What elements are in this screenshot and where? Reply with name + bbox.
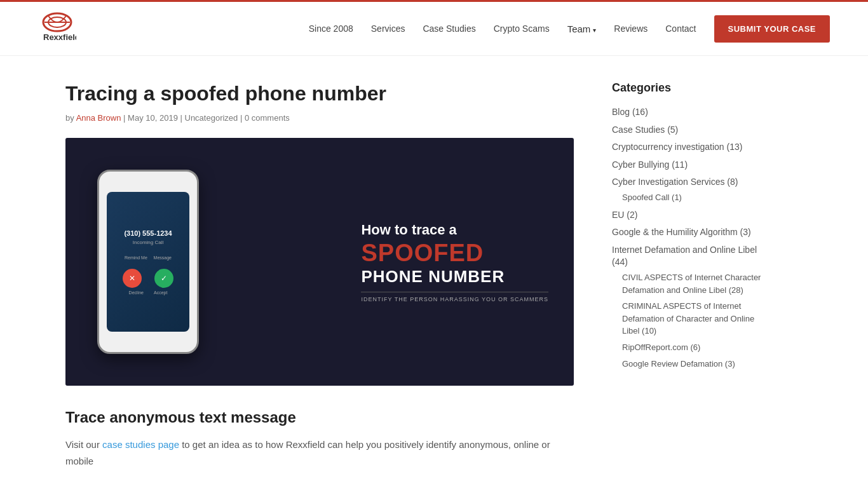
nav-reviews[interactable]: Reviews bbox=[614, 24, 648, 34]
nav-crypto-scams[interactable]: Crypto Scams bbox=[494, 24, 550, 34]
post-title: Tracing a spoofed phone number bbox=[65, 81, 574, 105]
list-item: Blog (16) bbox=[612, 106, 764, 119]
meta-date: May 10, 2019 bbox=[128, 113, 178, 123]
cat-civil-aspects-count: (28) bbox=[729, 285, 743, 295]
cat-cyber-bullying-count: (11) bbox=[672, 159, 688, 170]
main-content: Tracing a spoofed phone number by Anna B… bbox=[65, 81, 574, 469]
cat-cyber-bullying[interactable]: Cyber Bullying (11) bbox=[612, 159, 688, 170]
nav-since[interactable]: Since 2008 bbox=[309, 24, 353, 34]
cat-crypto-count: (13) bbox=[727, 142, 743, 152]
chevron-down-icon bbox=[593, 24, 596, 34]
logo-area[interactable]: Rexxfield. bbox=[38, 10, 76, 48]
image-line2: SPOOFED bbox=[361, 240, 548, 267]
image-text-overlay: How to trace a SPOOFED PHONE NUMBER IDEN… bbox=[361, 222, 548, 303]
list-item: Internet Defamation and Online Libel (44… bbox=[612, 244, 764, 370]
section1-title: Trace anonymous text message bbox=[65, 409, 574, 426]
cat-cyber-investigation[interactable]: Cyber Investigation Services (8) bbox=[612, 177, 738, 187]
cat-ripoff-report-count: (6) bbox=[690, 342, 700, 352]
submit-case-button[interactable]: SUBMIT YOUR CASE bbox=[714, 15, 831, 43]
category-list: Blog (16) Case Studies (5) Cryptocurrenc… bbox=[612, 106, 764, 370]
list-item: Cyber Bullying (11) bbox=[612, 159, 764, 172]
cat-blog[interactable]: Blog (16) bbox=[612, 107, 648, 117]
list-item: Spoofed Call (1) bbox=[622, 191, 764, 204]
sub-category-list: Spoofed Call (1) bbox=[612, 191, 764, 204]
post-meta: by Anna Brown | May 10, 2019 | Uncategor… bbox=[65, 113, 574, 123]
cat-ripoff-report[interactable]: RipOffReport.com (6) bbox=[622, 342, 700, 352]
site-header: Rexxfield. Since 2008 Services Case Stud… bbox=[0, 2, 868, 56]
cat-google-review[interactable]: Google Review Defamation (3) bbox=[622, 359, 735, 369]
sidebar-title: Categories bbox=[612, 81, 764, 95]
image-line3: PHONE NUMBER bbox=[361, 267, 548, 287]
featured-image: (310) 555-1234 Incoming Call Remind Me M… bbox=[65, 138, 574, 386]
meta-author[interactable]: Anna Brown bbox=[76, 113, 121, 123]
cat-crypto[interactable]: Cryptocurrency investigation (13) bbox=[612, 142, 742, 152]
cat-case-studies-count: (5) bbox=[667, 125, 678, 135]
meta-by: by bbox=[65, 113, 74, 123]
image-line1: How to trace a bbox=[361, 222, 548, 240]
nav-contact[interactable]: Contact bbox=[665, 24, 696, 34]
main-nav: Since 2008 Services Case Studies Crypto … bbox=[309, 15, 830, 43]
cat-criminal-aspects[interactable]: CRIMINAL ASPECTS of Internet Defamation … bbox=[622, 301, 754, 336]
cat-blog-count: (16) bbox=[632, 107, 648, 117]
meta-separator3: | bbox=[240, 113, 245, 123]
sub-category-list: CIVIL ASPECTS of Internet Character Defa… bbox=[612, 271, 764, 370]
page-container: Tracing a spoofed phone number by Anna B… bbox=[27, 56, 841, 488]
list-item: EU (2) bbox=[612, 209, 764, 222]
list-item: RipOffReport.com (6) bbox=[622, 341, 764, 354]
body-text-start: Visit our bbox=[65, 439, 102, 450]
cat-internet-defamation[interactable]: Internet Defamation and Online Libel (44… bbox=[612, 245, 757, 268]
logo-image: Rexxfield. bbox=[38, 10, 76, 48]
meta-separator2: | bbox=[180, 113, 185, 123]
cat-internet-defamation-count: (44) bbox=[612, 257, 628, 267]
cat-spoofed-call-count: (1) bbox=[672, 193, 682, 202]
list-item: CRIMINAL ASPECTS of Internet Defamation … bbox=[622, 300, 764, 337]
list-item: Cryptocurrency investigation (13) bbox=[612, 141, 764, 154]
remind-label: Remind Me Message bbox=[125, 255, 172, 260]
cat-google-humility[interactable]: Google & the Humility Algorithm (3) bbox=[612, 227, 751, 237]
decline-button: ✕ bbox=[123, 269, 142, 288]
post-body: Visit our case studies page to get an id… bbox=[65, 437, 574, 469]
list-item: CIVIL ASPECTS of Internet Character Defa… bbox=[622, 271, 764, 296]
cat-case-studies[interactable]: Case Studies (5) bbox=[612, 125, 678, 135]
svg-text:Rexxfield.: Rexxfield. bbox=[43, 32, 76, 42]
image-subtitle: IDENTIFY THE PERSON HARASSING YOU OR SCA… bbox=[361, 292, 548, 302]
cat-google-review-count: (3) bbox=[725, 359, 735, 369]
nav-services[interactable]: Services bbox=[371, 24, 405, 34]
action-labels: Decline Accept bbox=[129, 290, 168, 295]
accept-button: ✓ bbox=[154, 269, 173, 288]
list-item: Case Studies (5) bbox=[612, 124, 764, 137]
cat-eu[interactable]: EU (2) bbox=[612, 210, 637, 220]
list-item: Cyber Investigation Services (8) Spoofed… bbox=[612, 176, 764, 203]
phone-mockup: (310) 555-1234 Incoming Call Remind Me M… bbox=[97, 170, 199, 354]
cat-google-humility-count: (3) bbox=[740, 227, 751, 237]
cat-spoofed-call[interactable]: Spoofed Call (1) bbox=[622, 193, 682, 202]
nav-case-studies[interactable]: Case Studies bbox=[423, 24, 475, 34]
meta-category: Uncategorized bbox=[185, 113, 238, 123]
cat-cyber-investigation-count: (8) bbox=[727, 177, 738, 187]
sidebar: Categories Blog (16) Case Studies (5) Cr… bbox=[612, 81, 764, 469]
cat-criminal-aspects-count: (10) bbox=[642, 326, 656, 336]
list-item: Google Review Defamation (3) bbox=[622, 358, 764, 370]
case-studies-link[interactable]: case studies page bbox=[102, 439, 179, 450]
phone-number: (310) 555-1234 bbox=[124, 229, 172, 237]
cat-eu-count: (2) bbox=[627, 210, 637, 220]
nav-team[interactable]: Team bbox=[567, 24, 597, 34]
list-item: Google & the Humility Algorithm (3) bbox=[612, 226, 764, 239]
incoming-label: Incoming Call bbox=[133, 240, 163, 245]
meta-comments: 0 comments bbox=[245, 113, 290, 123]
cat-civil-aspects[interactable]: CIVIL ASPECTS of Internet Character Defa… bbox=[622, 273, 761, 295]
